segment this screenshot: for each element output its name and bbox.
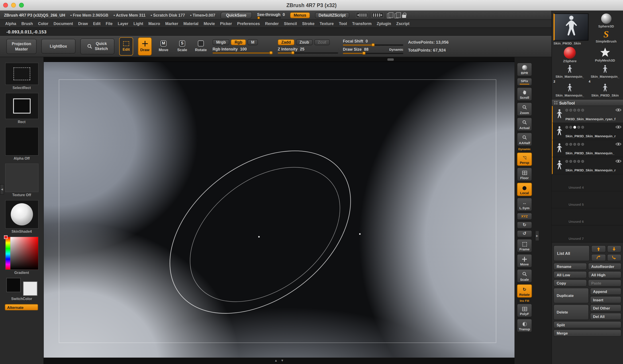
- material-selector[interactable]: SkinShade4: [5, 200, 39, 234]
- draw-size-slider[interactable]: Draw Size88Dynamic: [343, 47, 403, 54]
- primary-color-swatch[interactable]: [6, 278, 21, 292]
- zsub-button[interactable]: Zsub: [296, 39, 312, 45]
- rect-selector[interactable]: Rect: [5, 93, 39, 125]
- mrgb-button[interactable]: Mrgb: [213, 39, 229, 45]
- collapse-left-panel-icon[interactable]: ◀: [0, 184, 4, 195]
- sculpt-viewport[interactable]: [44, 62, 514, 358]
- projection-master-button[interactable]: Projection Master: [6, 39, 37, 54]
- visibility-dot-icon[interactable]: [573, 125, 576, 128]
- menu-item[interactable]: Material: [183, 21, 199, 26]
- uv-toggle-icon[interactable]: [569, 108, 572, 111]
- minimize-button[interactable]: [11, 3, 16, 8]
- lock-icon[interactable]: [402, 14, 406, 18]
- rgb-button[interactable]: Rgb: [231, 39, 246, 45]
- move-to-bottom-button[interactable]: [607, 254, 621, 261]
- canvas-nav-up-icon[interactable]: ▲: [274, 359, 278, 362]
- eye-icon[interactable]: [616, 108, 622, 112]
- tool-thumb-mannequin[interactable]: Skin_Mannequin_: [589, 65, 622, 79]
- see-through-slider[interactable]: See-through 0: [257, 12, 285, 18]
- menus-button[interactable]: Menus: [290, 12, 310, 18]
- collapse-right-panel-icon[interactable]: ▶: [535, 231, 539, 241]
- eye-icon[interactable]: [616, 125, 622, 129]
- scroll-button[interactable]: Scroll: [517, 87, 532, 101]
- menu-item[interactable]: Stencil: [284, 21, 297, 26]
- rotate-nav-button[interactable]: ↻ Rotate: [517, 284, 532, 298]
- paste-document-icon[interactable]: [395, 13, 399, 18]
- insert-button[interactable]: Insert: [590, 296, 621, 303]
- autoreorder-button[interactable]: AutoReorder: [588, 263, 622, 270]
- copy-button[interactable]: Copy: [553, 280, 587, 286]
- append-button[interactable]: Append: [590, 288, 621, 295]
- alternate-button[interactable]: Alternate: [5, 304, 38, 310]
- tool-thumb-polymesh3d[interactable]: PolyMesh3D: [589, 47, 622, 63]
- menu-item[interactable]: Texture: [320, 21, 334, 26]
- gradient-picker[interactable]: [5, 237, 38, 270]
- alpha-selector[interactable]: Alpha Off: [5, 127, 39, 161]
- toggle-dot-icon[interactable]: [577, 125, 580, 128]
- zadd-button[interactable]: Zadd: [278, 39, 294, 45]
- eye-icon[interactable]: [616, 159, 622, 163]
- menu-item[interactable]: Zscript: [396, 21, 409, 26]
- polypaint-toggle-icon[interactable]: [565, 160, 568, 163]
- subtool-item[interactable]: Skin_PM3D_Skin_Mannequin_r: [552, 123, 623, 140]
- menu-item[interactable]: Zplugin: [377, 21, 391, 26]
- lightbox-button[interactable]: LightBox: [41, 39, 75, 54]
- toggle-dot-icon[interactable]: [581, 108, 584, 111]
- transp-button[interactable]: Transp: [517, 319, 532, 332]
- toggle-dot-icon[interactable]: [577, 160, 580, 163]
- menu-item[interactable]: Tool: [339, 21, 347, 26]
- rename-button[interactable]: Rename: [553, 263, 587, 270]
- uv-toggle-icon[interactable]: [569, 125, 572, 128]
- hue-strip[interactable]: [5, 237, 10, 269]
- visibility-dot-icon[interactable]: [573, 160, 576, 163]
- hscroll-handle[interactable]: [387, 59, 394, 61]
- see-through-handle[interactable]: [258, 16, 260, 19]
- z-intensity-handle[interactable]: [291, 51, 294, 54]
- persp-button[interactable]: ◹ Persp: [517, 152, 532, 166]
- subtool-item[interactable]: Unused 4: [552, 174, 623, 191]
- fullscreen-button[interactable]: [19, 3, 24, 8]
- tool-thumb-mannequin[interactable]: Skin_Mannequin_: [553, 65, 586, 79]
- toggle-dot-icon[interactable]: [581, 125, 584, 128]
- all-low-button[interactable]: All Low: [553, 271, 587, 278]
- lsym-button[interactable]: ↔ L.Sym: [517, 198, 532, 211]
- menu-item[interactable]: Draw: [78, 21, 88, 26]
- subtool-item[interactable]: Skin_PM3D_Skin_Mannequin_: [552, 140, 623, 157]
- subtool-item[interactable]: Skin_PM3D_Skin_Mannequin_r: [552, 157, 623, 174]
- menu-item[interactable]: Render: [265, 21, 279, 26]
- menu-item[interactable]: Edit: [93, 21, 101, 26]
- menu-item[interactable]: Light: [134, 21, 143, 26]
- default-zscript-button[interactable]: DefaultZScript: [315, 12, 349, 18]
- edit-mode-button[interactable]: Edit: [119, 37, 133, 55]
- delete-button[interactable]: Delete: [553, 304, 589, 320]
- menu-item[interactable]: Alpha: [5, 21, 16, 26]
- menu-item[interactable]: File: [106, 21, 113, 26]
- quick-sketch-button[interactable]: QuickSketch: [80, 38, 114, 54]
- aahalf-button[interactable]: AAHalf: [517, 133, 532, 146]
- menu-item[interactable]: Picker: [220, 21, 232, 26]
- zoom-button[interactable]: Zoom: [517, 102, 532, 116]
- saturation-value-area[interactable]: [10, 237, 38, 269]
- rotate-cw-button[interactable]: ↻: [517, 221, 532, 228]
- canvas-horizontal-scrollbar[interactable]: [44, 57, 514, 62]
- move-mode-button[interactable]: M Move: [156, 37, 171, 55]
- draw-size-handle[interactable]: [362, 51, 366, 55]
- stroke-selector[interactable]: SelectRect: [5, 63, 39, 90]
- see-through-track[interactable]: [257, 17, 281, 18]
- dynamic-label[interactable]: Dynamic: [389, 47, 403, 51]
- move-up-button[interactable]: [591, 245, 606, 252]
- polyf-button[interactable]: PolyF: [517, 303, 532, 317]
- tool-thumb-zsphere[interactable]: ZSphere: [553, 47, 586, 63]
- toggle-dot-icon[interactable]: [577, 143, 580, 146]
- bpr-button[interactable]: BPR: [517, 63, 532, 76]
- menu-item[interactable]: Stroke: [302, 21, 315, 26]
- tool-thumb-mannequin[interactable]: 2 Skin_Mannequin_: [553, 80, 586, 97]
- spix-slider[interactable]: SPix: [517, 78, 532, 86]
- list-all-button[interactable]: List All: [553, 245, 590, 261]
- subtool-item[interactable]: Unused 7: [552, 225, 623, 243]
- split-button[interactable]: Split: [553, 321, 621, 328]
- toggle-dot-icon[interactable]: [581, 160, 584, 163]
- active-tool-thumbnail[interactable]: Skin_PM3D_Skin: [553, 14, 588, 45]
- xyz-button[interactable]: XYZ: [517, 213, 532, 220]
- rgb-intensity-handle[interactable]: [270, 51, 273, 54]
